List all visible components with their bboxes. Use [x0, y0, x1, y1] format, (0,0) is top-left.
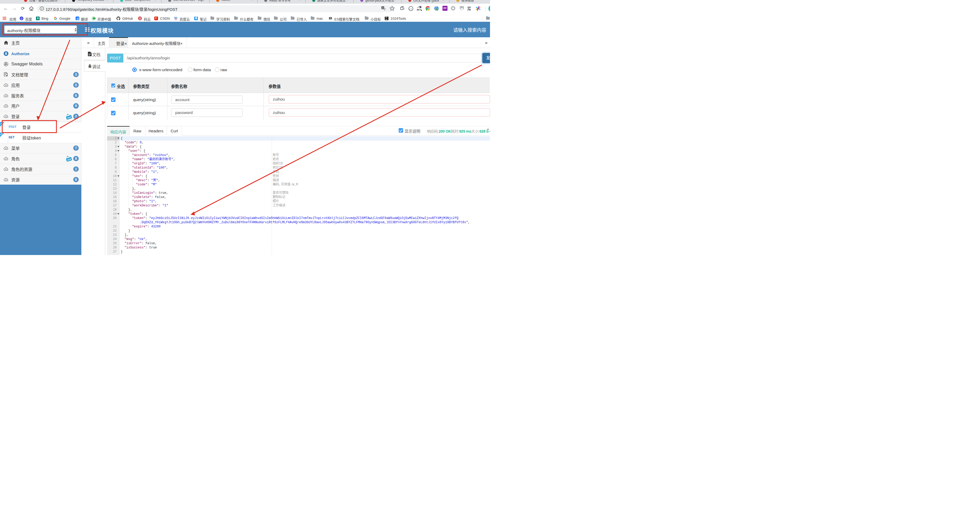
svg-text:G: G	[382, 7, 383, 9]
svg-text:API: API	[5, 158, 7, 160]
svg-text:API: API	[5, 116, 7, 117]
svg-text:API: API	[5, 85, 7, 86]
svg-text:英: 英	[419, 6, 422, 8]
svg-text:API: API	[5, 95, 7, 97]
svg-text:{··}: {··}	[409, 8, 412, 10]
svg-text:API: API	[5, 169, 7, 170]
svg-text:API: API	[5, 105, 7, 107]
svg-text:en: en	[417, 8, 420, 11]
svg-text:API: API	[5, 148, 7, 149]
svg-text:API: API	[5, 179, 7, 181]
